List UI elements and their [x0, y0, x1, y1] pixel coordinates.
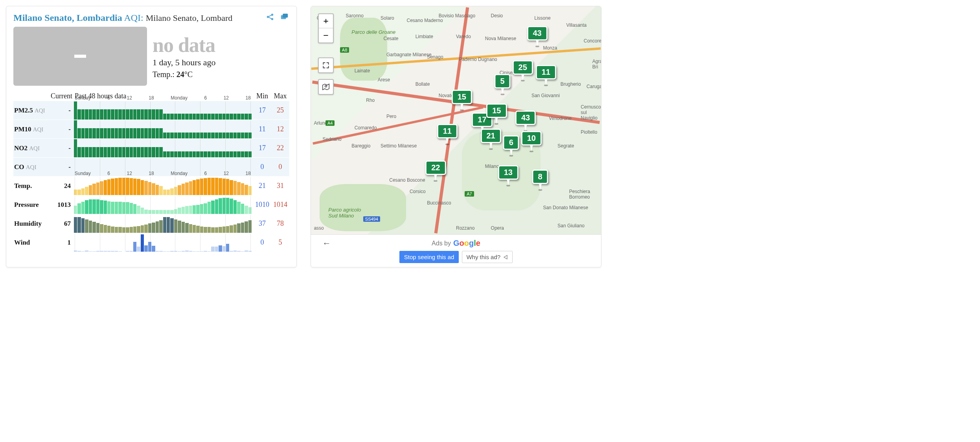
- pollutant-rows: PM2.5 AQI-Sunday61218Monday612181725PM10…: [13, 101, 289, 252]
- row-min: 17: [253, 144, 271, 152]
- map-place-label: Solaro: [381, 15, 394, 21]
- row-current: -: [49, 125, 72, 133]
- row-max: 31: [271, 182, 289, 190]
- map-place-label: Varedo: [456, 34, 471, 39]
- map-place-label: Segrate: [557, 143, 574, 149]
- row-max: 0: [271, 163, 289, 171]
- row-current: -: [49, 107, 72, 114]
- map-place-label: Pero: [386, 114, 396, 119]
- title-icons: [265, 13, 289, 21]
- aqi-marker[interactable]: 8: [532, 169, 548, 184]
- row-temp: Temp.24Sunday61218Monday612182131: [13, 177, 289, 195]
- map-place-label: asso: [314, 225, 324, 231]
- locate-button[interactable]: [318, 79, 334, 95]
- zoom-out-button[interactable]: −: [319, 28, 333, 42]
- map-place-label: Arese: [378, 77, 390, 83]
- title-row: Milano Senato, Lombardia AQI: Milano Sen…: [13, 12, 289, 24]
- row-max: 1014: [271, 201, 289, 209]
- aqi-marker[interactable]: 43: [515, 110, 536, 125]
- row-label: PM2.5 AQI: [13, 107, 49, 114]
- map-place-label: Paderno Dugnano: [459, 57, 497, 62]
- map-place-label: Carugate: [587, 84, 601, 89]
- row-current: 1: [49, 239, 72, 247]
- map-place-label: San Giuliano: [557, 223, 585, 228]
- zoom-in-button[interactable]: +: [319, 14, 333, 28]
- map-place-label: Corsico: [410, 189, 426, 194]
- map-place-label: Monza: [543, 45, 557, 51]
- map-place-label: Lissone: [534, 15, 550, 21]
- map-place-label: Cesano Maderno: [407, 18, 443, 23]
- share-icon[interactable]: [265, 13, 275, 21]
- aqi-word: AQI:: [124, 13, 143, 23]
- sparkline-wind: [72, 234, 253, 252]
- aqi-marker[interactable]: 11: [536, 65, 556, 79]
- row-label: NO2 AQI: [13, 144, 49, 152]
- row-label: CO AQI: [13, 163, 49, 171]
- row-current: 67: [49, 220, 72, 228]
- stop-seeing-ad-button[interactable]: Stop seeing this ad: [399, 251, 459, 263]
- sparkline-pm10: [72, 120, 253, 138]
- sparkline-pm25: Sunday61218Monday61218: [72, 101, 253, 120]
- svg-line-3: [268, 15, 271, 17]
- map-place-label: Nova Milanese: [485, 36, 516, 41]
- aqi-marker[interactable]: 15: [452, 90, 472, 104]
- svg-point-7: [325, 85, 327, 87]
- row-max: 5: [271, 238, 289, 247]
- row-wind: Wind105: [13, 233, 289, 252]
- fullscreen-button[interactable]: [318, 57, 334, 73]
- aqi-marker[interactable]: 22: [425, 160, 446, 175]
- row-min: 21: [253, 182, 271, 190]
- row-max: 25: [271, 106, 289, 114]
- row-label: PM10 AQI: [13, 125, 49, 133]
- row-humidity: Humidity673778: [13, 214, 289, 233]
- map-place-label: Settimo Milanese: [381, 143, 417, 149]
- zoom-control: + −: [318, 13, 334, 43]
- aqi-marker[interactable]: 5: [495, 74, 511, 88]
- map-place-label: Cornaredo: [355, 125, 377, 131]
- why-this-ad-button[interactable]: Why this ad?: [462, 251, 513, 263]
- windows-icon[interactable]: [279, 13, 289, 21]
- row-min: 1010: [253, 201, 271, 209]
- map-place-label: Brugherio: [561, 81, 581, 87]
- road-sign: A7: [465, 191, 474, 197]
- sparkline-humidity: [72, 215, 253, 233]
- aqi-marker[interactable]: 6: [503, 135, 519, 150]
- map-place-label: Sedriano: [323, 136, 342, 142]
- row-label: Humidity: [13, 220, 49, 228]
- map-park-label: Parco agricolo Sud Milano: [328, 207, 361, 219]
- place-subtitle: Milano Senato, Lombard: [146, 13, 233, 23]
- map-place-label: Lainate: [355, 68, 370, 74]
- col-min: Min: [253, 92, 271, 100]
- aqi-marker[interactable]: 11: [437, 124, 458, 138]
- col-max: Max: [271, 92, 289, 100]
- row-current: -: [49, 144, 72, 152]
- map-place-label: Pioltello: [581, 129, 597, 135]
- row-current: 1013: [49, 201, 72, 209]
- map-park-label: Parco delle Groane: [351, 29, 395, 35]
- row-label: Pressure: [13, 201, 49, 209]
- col-current: Current: [49, 92, 72, 100]
- title-text: Milano Senato, Lombardia AQI: Milano Sen…: [13, 12, 232, 24]
- map-panel: + − OriggioSaronnoSolaroCesano MadernoBo…: [311, 6, 601, 267]
- aqi-marker[interactable]: 13: [498, 165, 518, 180]
- aqi-marker[interactable]: 21: [480, 129, 501, 143]
- sparkline-temp: Sunday61218Monday61218: [72, 177, 253, 195]
- row-pressure: Pressure101310101014: [13, 195, 289, 214]
- map-place-label: San Donato Milanese: [543, 205, 588, 210]
- row-label: Temp.: [13, 182, 49, 190]
- aqi-value-box: [13, 27, 147, 86]
- map-place-label: Garbagnate Milanese: [386, 52, 432, 57]
- no-data-label: no data: [153, 33, 216, 57]
- ad-back-arrow[interactable]: ←: [315, 239, 338, 248]
- map-place-label: Limbiate: [416, 34, 433, 39]
- aqi-marker[interactable]: 43: [527, 26, 548, 41]
- map-place-label: Saronno: [346, 13, 364, 18]
- aqi-marker[interactable]: 15: [486, 103, 507, 118]
- aqi-marker[interactable]: 10: [521, 131, 542, 145]
- map-place-label: Buccinasco: [427, 200, 451, 206]
- place-link[interactable]: Milano Senato, Lombardia: [13, 13, 122, 23]
- hero: no data 1 day, 5 hours ago Temp.: 24°C: [13, 27, 289, 86]
- aqi-marker[interactable]: 25: [513, 60, 533, 75]
- map[interactable]: + − OriggioSaronnoSolaroCesano MadernoBo…: [311, 6, 601, 234]
- road-sign: A4: [325, 120, 335, 126]
